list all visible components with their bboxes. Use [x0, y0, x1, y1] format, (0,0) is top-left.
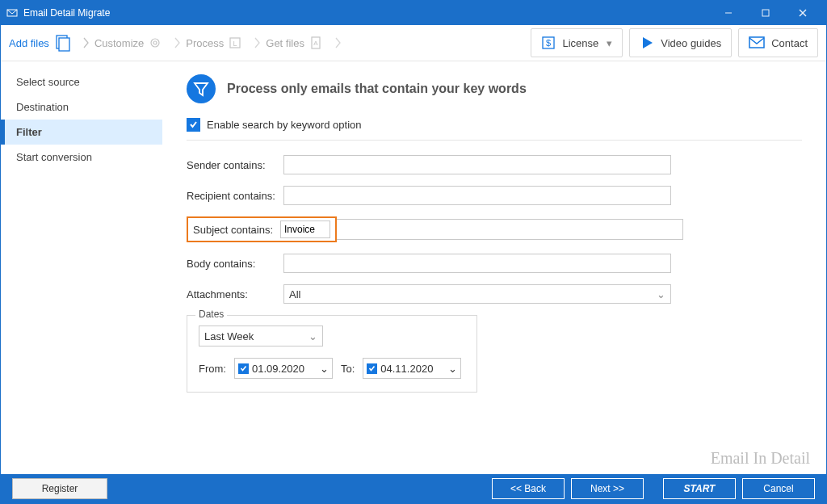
sidebar-item-start-conversion[interactable]: Start conversion — [1, 145, 162, 170]
maximize-button[interactable] — [747, 1, 784, 25]
window-controls — [710, 1, 821, 25]
sidebar-item-select-source[interactable]: Select source — [1, 69, 162, 94]
footer: Register << Back Next >> START Cancel — [1, 474, 826, 503]
body-label: Body contains: — [187, 258, 283, 270]
minimize-button[interactable] — [710, 1, 747, 25]
cancel-button[interactable]: Cancel — [742, 478, 815, 499]
divider — [187, 140, 802, 141]
caret-down-icon: ▾ — [607, 37, 612, 49]
breadcrumb-label: Get files — [266, 37, 304, 49]
files-icon — [52, 33, 72, 52]
attachments-select[interactable]: All ⌄ — [283, 284, 671, 304]
license-button[interactable]: $ License ▾ — [531, 28, 623, 57]
breadcrumb-label: Process — [186, 37, 224, 49]
subject-input[interactable] — [280, 220, 330, 238]
sender-label: Sender contains: — [187, 159, 283, 171]
sidebar-item-filter[interactable]: Filter — [1, 120, 162, 145]
enable-keyword-row: Enable search by keyword option — [187, 118, 802, 132]
button-label: Video guides — [661, 37, 721, 49]
breadcrumb-add-files[interactable]: Add files — [9, 33, 75, 52]
recipient-input[interactable] — [283, 186, 671, 205]
from-label: From: — [199, 363, 226, 375]
svg-text:A: A — [313, 40, 318, 47]
page-header: Process only emails that contain your ke… — [187, 74, 802, 103]
chevron-right-icon — [174, 37, 181, 48]
filter-icon — [187, 74, 216, 103]
sidebar-item-destination[interactable]: Destination — [1, 94, 162, 120]
breadcrumb-customize[interactable]: Customize — [94, 35, 166, 51]
start-button[interactable]: START — [663, 478, 736, 499]
enable-keyword-checkbox[interactable] — [187, 118, 200, 132]
attachments-label: Attachments: — [187, 288, 283, 300]
chevron-down-icon: ⌄ — [448, 363, 457, 375]
sender-input[interactable] — [283, 155, 671, 174]
body: Select source Destination Filter Start c… — [1, 61, 826, 474]
sidebar: Select source Destination Filter Start c… — [1, 61, 162, 474]
breadcrumb-get-files[interactable]: Get files A — [266, 35, 327, 51]
from-date-picker[interactable]: 01.09.2020 ⌄ — [234, 358, 333, 379]
back-button[interactable]: << Back — [492, 478, 565, 499]
subject-row: Subject contains: — [187, 216, 802, 242]
sender-row: Sender contains: — [187, 155, 802, 174]
dollar-icon: $ — [541, 36, 556, 50]
app-window: Email Detail Migrate Add files Customize… — [0, 0, 827, 504]
button-label: License — [562, 37, 598, 49]
main-panel: Process only emails that contain your ke… — [162, 61, 826, 474]
svg-text:$: $ — [546, 38, 551, 48]
watermark: Email In Detail — [711, 449, 810, 468]
to-checkbox[interactable] — [367, 363, 377, 374]
svg-rect-2 — [762, 10, 769, 16]
svg-rect-6 — [59, 38, 69, 51]
svg-text:L: L — [233, 40, 237, 48]
from-date-value: 01.09.2020 — [252, 363, 304, 375]
chevron-down-icon: ⌄ — [657, 288, 665, 300]
body-input[interactable] — [283, 254, 671, 273]
to-date-value: 04.11.2020 — [380, 363, 433, 375]
next-button[interactable]: Next >> — [571, 478, 644, 499]
titlebar: Email Detail Migrate — [1, 1, 826, 25]
to-label: To: — [341, 363, 355, 375]
svg-rect-16 — [749, 37, 764, 48]
button-label: Contact — [771, 37, 808, 49]
dates-preset-value: Last Week — [204, 330, 254, 342]
dates-legend: Dates — [195, 309, 227, 320]
recipient-row: Recipient contains: — [187, 186, 802, 205]
process-icon: L — [227, 35, 243, 51]
page-title: Process only emails that contain your ke… — [227, 82, 527, 96]
pdf-icon: A — [308, 35, 324, 51]
svg-point-8 — [153, 41, 157, 44]
subject-input-rest[interactable] — [337, 219, 683, 240]
play-icon — [640, 36, 654, 50]
contact-button[interactable]: Contact — [738, 28, 818, 57]
breadcrumb-label: Add files — [9, 37, 49, 49]
subject-label: Subject contains: — [193, 224, 280, 236]
toolbar: Add files Customize Process L Get files … — [1, 25, 826, 61]
subject-highlight: Subject contains: — [187, 216, 337, 242]
close-button[interactable] — [784, 1, 821, 25]
dates-preset-select[interactable]: Last Week ⌄ — [199, 326, 323, 346]
attachments-value: All — [289, 288, 300, 300]
enable-keyword-label: Enable search by keyword option — [207, 119, 362, 131]
chevron-down-icon: ⌄ — [320, 363, 329, 375]
chevron-down-icon: ⌄ — [309, 330, 317, 342]
breadcrumb-process[interactable]: Process L — [186, 35, 246, 51]
gear-icon — [147, 35, 163, 51]
svg-point-7 — [151, 39, 159, 47]
dates-fieldset: Dates Last Week ⌄ From: 01.09.2020 ⌄ — [187, 315, 477, 393]
mail-icon — [749, 36, 765, 49]
chevron-right-icon — [83, 37, 90, 48]
body-row: Body contains: — [187, 254, 802, 273]
video-guides-button[interactable]: Video guides — [629, 28, 732, 57]
from-checkbox[interactable] — [238, 363, 249, 374]
window-title: Email Detail Migrate — [23, 7, 710, 19]
chevron-right-icon — [335, 37, 342, 48]
chevron-right-icon — [254, 37, 261, 48]
breadcrumb-label: Customize — [94, 37, 144, 49]
attachments-row: Attachments: All ⌄ — [187, 284, 802, 304]
svg-marker-15 — [643, 37, 653, 48]
app-icon — [6, 6, 19, 19]
recipient-label: Recipient contains: — [187, 190, 283, 202]
register-button[interactable]: Register — [12, 478, 107, 499]
to-date-picker[interactable]: 04.11.2020 ⌄ — [363, 358, 461, 379]
